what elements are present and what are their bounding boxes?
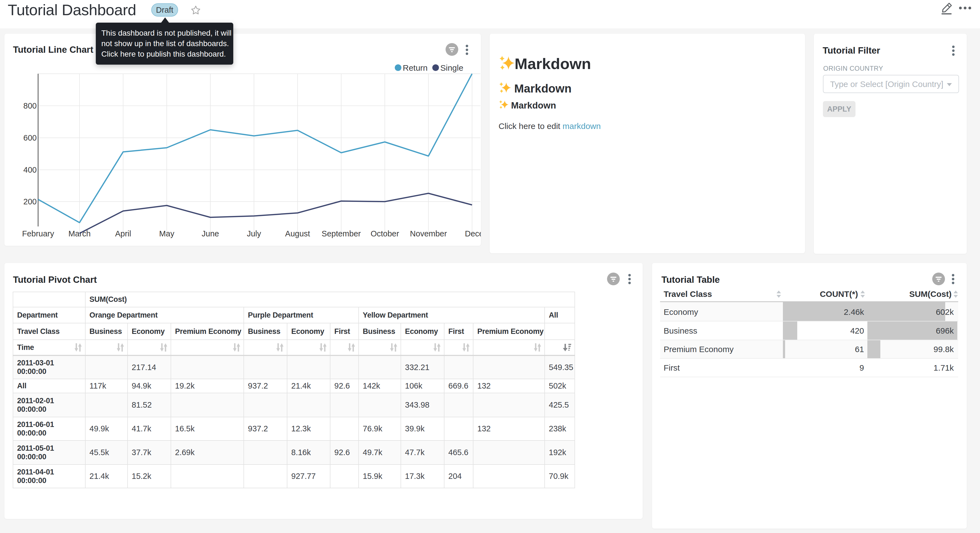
svg-text:600: 600 — [24, 133, 37, 142]
svg-text:Return: Return — [403, 63, 428, 72]
svg-text:April: April — [115, 229, 131, 238]
svg-text:December: December — [465, 229, 481, 238]
svg-text:August: August — [285, 229, 310, 238]
svg-text:February: February — [22, 229, 54, 238]
svg-text:200: 200 — [24, 197, 37, 206]
svg-text:June: June — [202, 229, 219, 238]
svg-text:July: July — [247, 229, 261, 238]
svg-text:November: November — [410, 229, 447, 238]
svg-text:October: October — [371, 229, 399, 238]
svg-text:May: May — [159, 229, 175, 238]
svg-text:September: September — [321, 229, 361, 238]
svg-text:400: 400 — [24, 166, 37, 174]
svg-text:800: 800 — [24, 101, 37, 110]
svg-text:March: March — [68, 229, 91, 238]
svg-text:Single: Single — [440, 63, 463, 72]
